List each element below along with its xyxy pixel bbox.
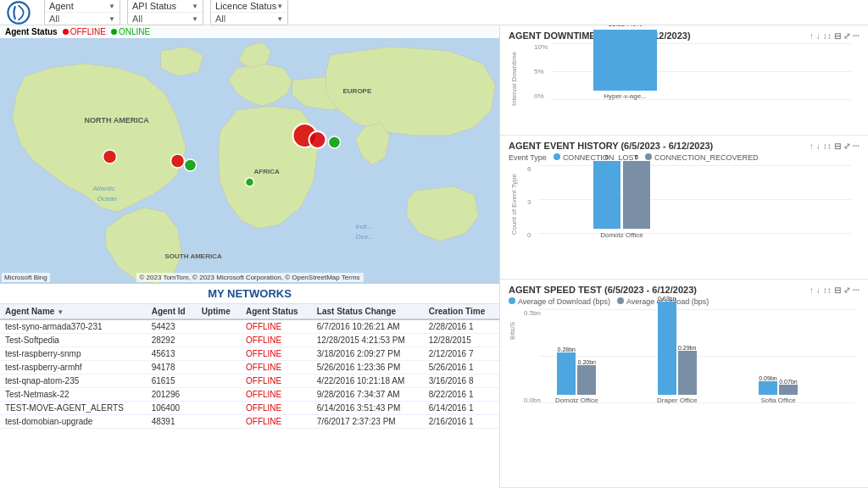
tree-icon[interactable]: ⊟ <box>834 31 841 41</box>
col-agent-status[interactable]: Agent Status <box>241 304 312 319</box>
speed-sort-asc[interactable]: ↑ <box>810 286 814 295</box>
table-row[interactable]: Test-Softpedia28292OFFLINE12/28/2015 4:2… <box>0 334 499 347</box>
table-cell-7-0: test-domobian-upgrade <box>0 415 147 429</box>
sort-desc-icon[interactable]: ↓ <box>816 31 821 41</box>
speed-sort-both[interactable]: ↕↕ <box>823 286 832 295</box>
ms-bing-label: Microsoft Bing <box>2 273 50 282</box>
event-sort-both[interactable]: ↕↕ <box>823 141 832 151</box>
speed-more[interactable]: ··· <box>853 286 860 295</box>
expand-icon[interactable]: ⤢ <box>843 31 850 41</box>
table-cell-5-3: OFFLINE <box>241 388 312 402</box>
table-cell-5-2 <box>197 388 241 402</box>
table-cell-3-2 <box>197 361 241 374</box>
speed-sort-desc[interactable]: ↓ <box>816 286 821 295</box>
col-uptime[interactable]: Uptime <box>197 304 241 319</box>
table-row[interactable]: test-syno-armada370-23154423OFFLINE6/7/2… <box>0 319 499 334</box>
speed-y-axis: 0.5bn 0.0bn <box>524 309 541 404</box>
speed-domotz: 0.28bn 0.20bn Domotz Office <box>555 347 598 404</box>
bar-gray-count: 6 <box>635 153 638 161</box>
table-cell-6-0: TEST-MOVE-AGENT_ALERTS <box>0 402 147 415</box>
event-sort-desc[interactable]: ↓ <box>816 141 821 151</box>
event-bar-blue <box>593 161 620 229</box>
speed-sofia-dl-bar <box>759 381 777 395</box>
table-body: test-syno-armada370-23154423OFFLINE6/7/2… <box>0 319 499 429</box>
table-cell-1-2 <box>197 334 241 347</box>
speed-filter[interactable]: ⊟ <box>834 286 841 295</box>
event-chart-title: AGENT EVENT HISTORY (6/5/2023 - 6/12/202… <box>509 141 860 151</box>
svg-point-16 <box>246 178 254 186</box>
legend-dot-blue <box>554 153 560 160</box>
bar-blue-count: 6 <box>605 153 609 161</box>
api-filter-chevron: ▼ <box>192 3 198 10</box>
speed-domotz-loc: Domotz Office <box>555 396 598 404</box>
speed-chart-icons: ↑ ↓ ↕↕ ⊟ ⤢ ··· <box>810 286 860 295</box>
table-row[interactable]: test-domobian-upgrade48391OFFLINE7/6/201… <box>0 415 499 429</box>
speed-draper: 0.63bn 0.29bn Draper Office <box>657 296 697 404</box>
col-last-status[interactable]: Last Status Change <box>312 304 424 319</box>
speed-sofia-ul-bar <box>779 385 798 395</box>
event-expand[interactable]: ⤢ <box>843 141 850 151</box>
svg-text:Indi...: Indi... <box>356 223 373 230</box>
speed-domotz-dl-bar <box>557 352 576 395</box>
table-cell-4-2 <box>197 374 241 388</box>
table-row[interactable]: TEST-MOVE-AGENT_ALERTS106400OFFLINE6/14/… <box>0 402 499 415</box>
event-sort-asc[interactable]: ↑ <box>810 141 814 151</box>
speed-chart-title: AGENT SPEED TEST (6/5/2023 - 6/12/2023) … <box>509 285 860 295</box>
online-dot <box>111 29 117 35</box>
event-grid-mid <box>538 199 851 200</box>
downtime-bar-group: 11.32440% Hyper-v-age... <box>593 25 657 100</box>
table-row[interactable]: Test-Netmask-22201296OFFLINE9/28/2016 7:… <box>0 388 499 402</box>
event-bars: 6 6 Domotz Office <box>593 153 650 239</box>
speed-expand[interactable]: ⤢ <box>843 286 850 295</box>
col-agent-name[interactable]: Agent Name ▼ <box>0 304 147 319</box>
sort-asc-icon[interactable]: ↑ <box>810 31 814 41</box>
table-cell-3-4: 5/26/2016 1:23:36 PM <box>312 361 424 374</box>
table-cell-3-5: 5/26/2016 1 <box>424 361 499 374</box>
right-panel: AGENT DOWNTIME (6/5/2023 - 6/12/2023) ↑ … <box>500 25 868 488</box>
event-filter[interactable]: ⊟ <box>834 141 841 151</box>
offline-label: OFFLINE <box>70 27 106 36</box>
licence-filter[interactable]: Licence Status ▼ All ▼ <box>210 0 288 25</box>
api-filter-value[interactable]: All ▼ <box>128 13 203 25</box>
network-table: Agent Name ▼ Agent Id Uptime Agent Statu… <box>0 304 499 429</box>
table-cell-7-4: 7/6/2017 2:37:23 PM <box>312 415 424 429</box>
speed-sofia-ul: 0.07bn <box>779 379 798 395</box>
table-cell-7-1: 48391 <box>147 415 197 429</box>
speed-sofia-ul-label: 0.07bn <box>779 379 797 385</box>
downtime-chart-area: Interval Downtime 10% 5% 0% 11.32440% Hy… <box>509 43 860 115</box>
table-row[interactable]: test-qnap-atom-23561615OFFLINE4/22/2016 … <box>0 374 499 388</box>
agent-filter-group: Agent ▼ All ▼ <box>44 0 120 25</box>
sort-both-icon[interactable]: ↕↕ <box>823 31 832 41</box>
online-label: ONLINE <box>119 27 150 36</box>
table-cell-4-4: 4/22/2016 10:21:18 AM <box>312 374 424 388</box>
agent-filter-value-chevron: ▼ <box>108 15 115 23</box>
table-cell-4-1: 61615 <box>147 374 197 388</box>
map-attribution: © 2023 TomTom, © 2023 Microsoft Corporat… <box>136 273 363 282</box>
table-cell-4-5: 3/16/2016 8 <box>424 374 499 388</box>
licence-filter-value[interactable]: All ▼ <box>211 13 287 25</box>
table-cell-2-4: 3/18/2016 2:09:27 PM <box>312 347 424 361</box>
app-logo <box>7 1 31 25</box>
table-cell-1-1: 28292 <box>147 334 197 347</box>
speed-draper-dl-bar <box>658 302 676 395</box>
more-icon[interactable]: ··· <box>853 31 860 41</box>
col-creation-time[interactable]: Creation Time <box>424 304 499 319</box>
speed-sofia-loc: Sofia Office <box>760 396 795 404</box>
speed-y-title: Bits/S <box>509 322 516 340</box>
event-y-title: Count of Event Type <box>510 174 518 235</box>
agent-filter-value[interactable]: All ▼ <box>45 13 120 25</box>
downtime-y-title: Interval Downtime <box>510 52 518 106</box>
agent-filter[interactable]: Agent ▼ All ▼ <box>44 0 120 25</box>
speed-chart-area: Bits/S 0.5bn 0.0bn 0.28bn <box>509 309 860 419</box>
speed-draper-dl: 0.63bn <box>658 296 676 395</box>
table-row[interactable]: test-raspberry-snmp45613OFFLINE3/18/2016… <box>0 347 499 361</box>
table-cell-1-3: OFFLINE <box>241 334 312 347</box>
table-row[interactable]: test-raspberry-armhf94178OFFLINE5/26/201… <box>0 361 499 374</box>
table-title: MY NETWORKS <box>0 284 499 304</box>
table-cell-3-0: test-raspberry-armhf <box>0 361 147 374</box>
table-cell-7-2 <box>197 415 241 429</box>
event-more[interactable]: ··· <box>853 141 860 151</box>
event-y-6: 6 <box>527 165 531 173</box>
api-filter[interactable]: API Status ▼ All ▼ <box>127 0 203 25</box>
col-agent-id[interactable]: Agent Id <box>147 304 197 319</box>
